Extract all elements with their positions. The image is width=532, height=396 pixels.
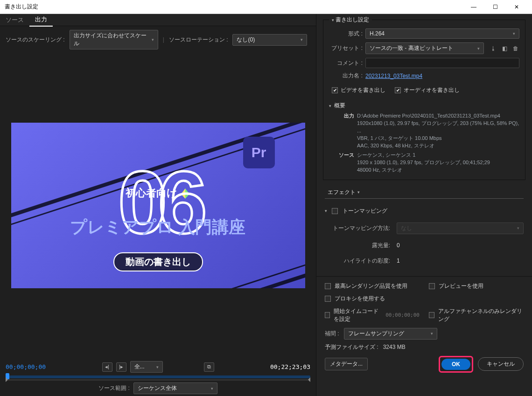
scaling-value: 出力サイズに合わせてスケール — [74, 32, 148, 48]
rotation-label: ソースローテーション : — [169, 36, 228, 44]
bottom-options: 最高レンダリング品質を使用 プレビューを使用 プロキシを使用する 開始タイムコー… — [316, 276, 532, 378]
export-audio-checkbox[interactable] — [395, 87, 401, 93]
cancel-button[interactable]: キャンセル — [478, 357, 524, 371]
tab-source[interactable]: ソース — [0, 14, 29, 26]
ok-highlight: OK — [439, 356, 473, 373]
rotation-select[interactable]: なし(0) ▾ — [232, 34, 307, 46]
output-name-label: 出力名 : — [329, 72, 363, 80]
chevron-down-icon[interactable]: ▾ — [332, 18, 334, 22]
max-quality-label: 最高レンダリング品質を使用 — [335, 282, 407, 290]
est-value: 3243 MB — [383, 344, 406, 350]
alpha-only-checkbox[interactable] — [429, 312, 434, 318]
format-select[interactable]: H.264▾ — [365, 28, 519, 39]
comment-input[interactable] — [365, 58, 519, 68]
export-video-checkbox[interactable] — [332, 87, 338, 93]
metadata-button[interactable]: メタデータ... — [325, 358, 368, 370]
chevron-down-icon: ▾ — [301, 37, 303, 42]
use-preview-checkbox[interactable] — [429, 283, 435, 289]
preview-area: 初心者向け Pr 06 プレミアプロ 入門講座 動画の書き出し — [0, 53, 316, 357]
video-preview[interactable]: 初心者向け Pr 06 プレミアプロ 入門講座 動画の書き出し — [11, 123, 305, 288]
delete-preset-icon[interactable]: 🗑 — [512, 45, 519, 52]
preview-tabs: ソース 出力 — [0, 14, 316, 26]
source-range-label: ソース範囲 : — [98, 384, 130, 392]
export-video-label: ビデオを書き出し — [341, 86, 385, 94]
timecode-duration: 00;22;23;03 — [270, 363, 310, 370]
set-timecode-label: 開始タイムコードを設定 — [334, 307, 382, 323]
close-button[interactable]: ✕ — [506, 0, 527, 14]
highlight-label: ハイライトの彩度: — [325, 257, 390, 265]
tone-mapping-block: ▾ トーンマッピング トーンマッピング方法: なし▾ 露光量: 0 ハイライトの… — [316, 199, 532, 276]
app-badge: Pr — [243, 137, 275, 168]
import-preset-icon[interactable]: ◧ — [501, 45, 508, 52]
use-proxy-checkbox[interactable] — [325, 296, 331, 302]
tone-method-label: トーンマッピング方法: — [325, 224, 390, 232]
tone-method-select: なし▾ — [397, 222, 524, 234]
use-proxy-label: プロキシを使用する — [335, 295, 385, 303]
scaling-select[interactable]: 出力サイズに合わせてスケール ▾ — [70, 30, 158, 49]
exposure-value: 0 — [397, 242, 400, 249]
est-label: 予測ファイルサイズ : — [325, 344, 378, 350]
max-quality-checkbox[interactable] — [325, 283, 331, 289]
preview-pill: 動画の書き出し — [113, 252, 203, 271]
source-range-select[interactable]: シーケンス全体▾ — [133, 382, 217, 394]
export-settings-group: ▾ 書き出し設定 形式 : H.264▾ プリセット : ソースの一致 - 高速… — [323, 20, 525, 180]
tab-effects[interactable]: エフェクト ▾ — [325, 187, 363, 198]
next-frame-button[interactable]: |▸ — [116, 362, 126, 372]
window-title: 書き出し設定 — [5, 3, 463, 11]
scrubber[interactable] — [6, 375, 310, 378]
use-preview-label: プレビューを使用 — [439, 282, 483, 290]
summary-toggle[interactable]: ▾ 概要 — [329, 102, 519, 110]
right-panel: ▾ 書き出し設定 形式 : H.264▾ プリセット : ソースの一致 - 高速… — [316, 14, 532, 396]
minimize-button[interactable]: — — [463, 0, 484, 14]
out-point-icon[interactable] — [308, 377, 310, 382]
timecode-current[interactable]: 00;00;00;00 — [6, 363, 46, 370]
timecode-zero: 00;00;00;00 — [385, 312, 420, 318]
chevron-down-icon[interactable]: ▾ — [325, 208, 327, 213]
in-out-bar[interactable] — [6, 379, 310, 381]
alpha-only-label: アルファチャンネルのみレンダリング — [438, 307, 524, 323]
rotation-value: なし(0) — [237, 36, 255, 44]
tab-output[interactable]: 出力 — [29, 14, 53, 27]
preset-label: プリセット : — [329, 44, 363, 52]
in-point-icon[interactable] — [6, 377, 8, 382]
exposure-label: 露光量: — [325, 242, 390, 250]
export-settings-window: 書き出し設定 — ☐ ✕ ソース 出力 ソースのスケーリング : 出力サイズに合… — [0, 0, 532, 396]
prev-frame-button[interactable]: ◂| — [102, 362, 112, 372]
scaling-row: ソースのスケーリング : 出力サイズに合わせてスケール ▾ | ソースローテーシ… — [0, 26, 316, 53]
maximize-button[interactable]: ☐ — [484, 0, 506, 14]
tone-mapping-checkbox[interactable] — [332, 208, 338, 214]
chevron-down-icon: ▾ — [357, 190, 360, 195]
highlight-value: 1 — [397, 257, 400, 264]
comment-label: コメント : — [329, 59, 363, 67]
main-area: ソース 出力 ソースのスケーリング : 出力サイズに合わせてスケール ▾ | ソ… — [0, 14, 532, 396]
chevron-down-icon: ▾ — [152, 37, 154, 42]
set-timecode-checkbox[interactable] — [325, 312, 330, 318]
save-preset-icon[interactable]: ⭳ — [490, 45, 497, 52]
aspect-button[interactable]: ⧉ — [204, 362, 214, 372]
interp-select[interactable]: フレームサンプリング▾ — [344, 328, 437, 340]
ok-button[interactable]: OK — [441, 359, 470, 370]
chevron-down-icon: ▾ — [329, 104, 331, 108]
titlebar: 書き出し設定 — ☐ ✕ — [0, 0, 532, 14]
preset-select[interactable]: ソースの一致 - 高速ビットレート▾ — [365, 42, 484, 54]
output-name-link[interactable]: 20231213_03Test.mp4 — [365, 73, 422, 79]
timeline-area: 00;00;00;00 ◂| |▸ 全...▾ ⧉ 00;22;23;03 — [0, 357, 316, 396]
fit-select[interactable]: 全...▾ — [130, 361, 163, 373]
tone-mapping-title: トーンマッピング — [343, 207, 387, 215]
preview-course: プレミアプロ 入門講座 — [70, 216, 245, 239]
export-audio-label: オーディオを書き出し — [404, 86, 460, 94]
format-label: 形式 : — [329, 30, 363, 38]
summary-block: ▾ 概要 出力D:\Adobe Premiere Pro\20240101_Te… — [329, 102, 519, 174]
interp-label: 補間 : — [325, 330, 339, 338]
left-panel: ソース 出力 ソースのスケーリング : 出力サイズに合わせてスケール ▾ | ソ… — [0, 14, 316, 396]
settings-tabs: エフェクト ▾ — [325, 187, 524, 199]
scaling-label: ソースのスケーリング : — [6, 36, 65, 44]
